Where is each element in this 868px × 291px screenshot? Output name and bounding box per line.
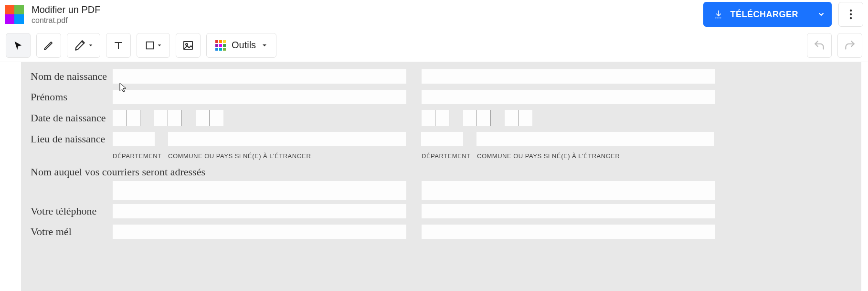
app-header: Modifier un PDF contrat.pdf TÉLÉCHARGER — [0, 0, 868, 29]
filename-label: contrat.pdf — [32, 16, 101, 25]
shape-tool[interactable] — [137, 33, 170, 58]
sublabel-departement-2: DÉPARTEMENT — [422, 152, 464, 160]
svg-marker-5 — [158, 44, 161, 46]
field-nom-naissance-2[interactable] — [422, 69, 715, 84]
sublabel-commune-1: COMMUNE OU PAYS SI NÉ(E) À L'ÉTRANGER — [168, 152, 311, 160]
pencil-icon — [43, 40, 54, 51]
app-logo — [5, 5, 24, 24]
label-mel: Votre mél — [31, 226, 113, 238]
apps-grid-icon — [215, 40, 226, 51]
undo-button[interactable] — [807, 33, 832, 58]
field-date-naissance-2[interactable] — [422, 110, 532, 126]
tools-menu-button[interactable]: Outils — [206, 33, 276, 58]
cursor-icon — [13, 40, 23, 51]
pdf-page: Nom de naissance Prénoms Date de naissan… — [21, 62, 861, 291]
page-title: Modifier un PDF — [32, 4, 101, 15]
label-nom-courrier: Nom auquel vos courriers seront adressés — [31, 162, 852, 181]
field-mel-2[interactable] — [422, 225, 715, 239]
highlighter-icon — [74, 39, 86, 52]
document-viewport[interactable]: Nom de naissance Prénoms Date de naissan… — [0, 62, 868, 291]
image-icon — [182, 40, 194, 51]
redo-icon — [844, 39, 856, 52]
field-mel-1[interactable] — [113, 225, 406, 239]
label-date-naissance: Date de naissance — [31, 112, 113, 124]
text-icon — [113, 40, 124, 51]
label-prenoms: Prénoms — [31, 91, 113, 103]
download-chevron[interactable] — [810, 2, 832, 27]
field-prenoms-1[interactable] — [113, 90, 406, 104]
label-nom-naissance: Nom de naissance — [31, 70, 113, 83]
field-prenoms-2[interactable] — [422, 90, 715, 104]
tools-label: Outils — [232, 40, 256, 51]
field-departement-1[interactable] — [113, 132, 155, 146]
label-lieu-naissance: Lieu de naissance — [31, 133, 113, 145]
more-vertical-icon — [849, 9, 852, 20]
field-telephone-2[interactable] — [422, 204, 715, 218]
svg-point-2 — [850, 17, 852, 19]
field-commune-2[interactable] — [476, 132, 714, 146]
svg-point-0 — [850, 10, 852, 11]
undo-icon — [813, 39, 826, 52]
highlighter-tool[interactable] — [67, 33, 100, 58]
header-titles: Modifier un PDF contrat.pdf — [32, 4, 101, 25]
field-telephone-1[interactable] — [113, 204, 406, 218]
more-menu-button[interactable] — [838, 2, 863, 27]
field-commune-1[interactable] — [168, 132, 406, 146]
sublabel-commune-2: COMMUNE OU PAYS SI NÉ(E) À L'ÉTRANGER — [477, 152, 620, 160]
field-nom-courrier-2[interactable] — [422, 181, 715, 200]
chevron-down-icon — [88, 43, 93, 48]
redo-button[interactable] — [837, 33, 862, 58]
sublabel-departement-1: DÉPARTEMENT — [113, 152, 155, 160]
square-icon — [145, 40, 155, 51]
svg-marker-8 — [263, 44, 266, 46]
svg-rect-4 — [147, 42, 154, 49]
field-date-naissance-1[interactable] — [113, 110, 223, 126]
svg-point-7 — [186, 43, 188, 45]
field-departement-2[interactable] — [421, 132, 463, 146]
text-tool[interactable] — [106, 33, 131, 58]
download-icon — [714, 10, 723, 19]
field-nom-courrier-1[interactable] — [113, 181, 406, 200]
select-tool[interactable] — [6, 33, 31, 58]
chevron-down-icon — [262, 43, 267, 48]
svg-marker-3 — [89, 44, 93, 46]
svg-point-1 — [850, 13, 852, 15]
field-nom-naissance-1[interactable] — [113, 69, 406, 84]
download-button[interactable]: TÉLÉCHARGER — [703, 2, 832, 27]
download-label: TÉLÉCHARGER — [730, 10, 810, 20]
label-telephone: Votre téléphone — [31, 205, 113, 217]
chevron-down-icon — [157, 43, 162, 48]
toolbar: Outils — [0, 29, 868, 62]
pencil-tool[interactable] — [36, 33, 61, 58]
image-tool[interactable] — [176, 33, 201, 58]
